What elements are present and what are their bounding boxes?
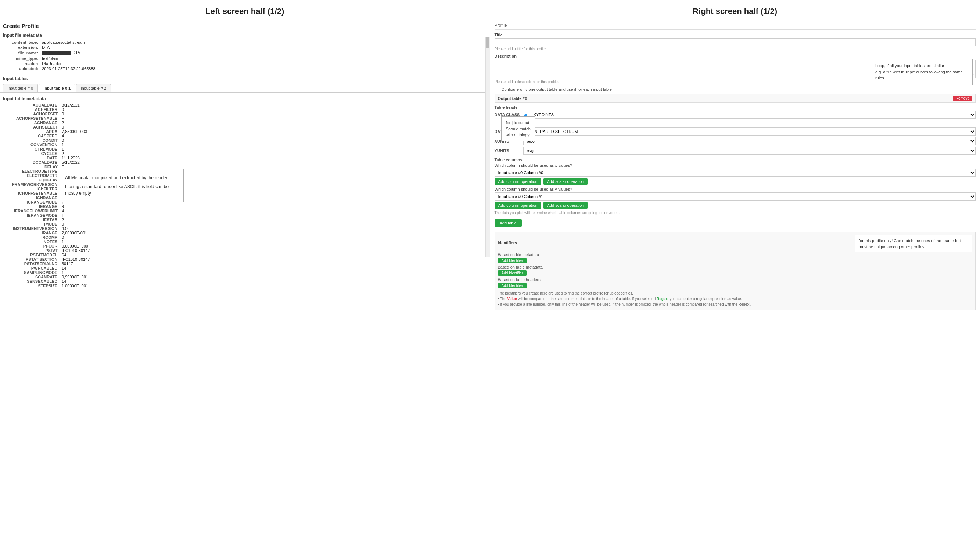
id-table-headers-label: Based on table headers xyxy=(498,277,973,282)
input-table-tab[interactable]: input table # 2 xyxy=(76,84,111,92)
add-table-button[interactable]: Add table xyxy=(495,219,522,227)
output-table-header: Output table #0 Remove xyxy=(495,94,976,103)
page-title: Create Profile xyxy=(0,20,490,31)
id-file-metadata-label: Based on file metadata xyxy=(498,252,973,257)
input-tables-header: Input tables xyxy=(0,75,490,83)
y-column-question: Which column should be used as y-values? xyxy=(495,187,976,191)
x-operation-buttons: Add column operation Add scalar operatio… xyxy=(495,178,976,185)
identifiers-note: The identifiers you create here are used… xyxy=(498,291,973,307)
id-table-headers-section: Based on table headers Add Identifier xyxy=(498,277,973,288)
input-table-tab[interactable]: input table # 1 xyxy=(38,84,75,92)
data-type-select[interactable]: INFRARED SPECTRUM xyxy=(530,127,976,135)
input-tables-tabs: input table # 0input table # 1input tabl… xyxy=(0,83,490,92)
output-table-title: Output table #0 xyxy=(498,96,527,101)
x-add-column-op-button[interactable]: Add column operation xyxy=(495,178,541,185)
profile-section-title: Profile xyxy=(495,23,976,30)
jdx-annotation: for jdx output Should match with ontolog… xyxy=(501,116,535,141)
data-pick-hint: The data you pick will determine which t… xyxy=(495,211,976,215)
value-highlight: Value xyxy=(508,297,517,301)
yunits-select[interactable]: m/g xyxy=(523,146,976,155)
x-column-question: Which column should be used as x-values? xyxy=(495,163,976,167)
table-header-label: Table header xyxy=(495,105,976,110)
y-add-column-op-button[interactable]: Add column operation xyxy=(495,202,541,209)
loop-checkbox[interactable] xyxy=(495,87,500,92)
remove-output-table-button[interactable]: Remove xyxy=(953,95,972,101)
title-hint: Please add a title for this profile. xyxy=(495,47,976,51)
regex-highlight: Regex xyxy=(657,297,668,301)
input-table-tab[interactable]: input table # 0 xyxy=(3,84,38,92)
identifiers-section: Identifiers for this profile only! Can m… xyxy=(495,232,976,310)
scroll-bar[interactable] xyxy=(485,37,490,257)
table-columns-label: Table columns xyxy=(495,157,976,162)
xunits-row: XUNITS p/p0 xyxy=(495,137,976,145)
data-class-select[interactable]: XYPOINTS xyxy=(530,111,976,119)
add-id-headers-button[interactable]: Add Identifier xyxy=(498,283,527,288)
x-column-select[interactable]: Input table #0 Column #0 xyxy=(495,168,976,177)
loop-annotation: Loop, if all your input tables are simil… xyxy=(870,59,973,85)
loop-checkbox-row: Configure only one output table and use … xyxy=(495,87,976,92)
y-column-select[interactable]: Input table #0 Column #1 xyxy=(495,192,976,200)
tooltip-line2: If using a standard reader like ASCII, t… xyxy=(65,183,178,197)
y-operation-buttons: Add column operation Add scalar operatio… xyxy=(495,202,976,209)
x-add-scalar-op-button[interactable]: Add scalar operation xyxy=(544,178,588,185)
loop-annotation-text: Loop, if all your input tables are simil… xyxy=(875,64,963,80)
description-label: Description xyxy=(495,54,976,59)
add-id-file-button[interactable]: Add Identifier xyxy=(498,258,527,264)
identifiers-annotation: for this profile only! Can match the one… xyxy=(855,235,972,252)
id-table-metadata-label: Based on table metadata xyxy=(498,265,973,269)
left-screen-label: Left screen half (1/2) xyxy=(0,0,490,20)
input-table-metadata-header: Input table metadata xyxy=(0,95,490,103)
right-screen-label: Right screen half (1/2) xyxy=(490,0,980,20)
title-input[interactable] xyxy=(495,38,976,46)
add-id-table-button[interactable]: Add Identifier xyxy=(498,270,527,276)
input-file-metadata-header: Input file metadata xyxy=(0,31,490,39)
data-type-row: DATA TYPE ◀ INFRARED SPECTRUM xyxy=(495,127,976,135)
xunits-select[interactable]: p/p0 xyxy=(523,137,976,145)
loop-checkbox-label: Configure only one output table and use … xyxy=(501,87,612,92)
data-class-row: DATA CLASS ◀ XYPOINTS xyxy=(495,111,976,119)
id-file-metadata-section: Based on file metadata Add Identifier xyxy=(498,252,973,264)
title-label: Title xyxy=(495,33,976,37)
yunits-key: YUNITS xyxy=(495,148,520,153)
file-metadata-table: content_type:application/octet-streamext… xyxy=(11,39,490,71)
y-add-scalar-op-button[interactable]: Add scalar operation xyxy=(544,202,588,209)
identifiers-title: Identifiers xyxy=(498,241,517,245)
metadata-tooltip: All Metadata recognized and extracted by… xyxy=(59,169,184,202)
yunits-row: YUNITS m/g xyxy=(495,146,976,155)
id-table-metadata-section: Based on table metadata Add Identifier xyxy=(498,265,973,276)
scroll-thumb[interactable] xyxy=(486,37,490,48)
tooltip-line1: All Metadata recognized and extracted by… xyxy=(65,175,178,181)
